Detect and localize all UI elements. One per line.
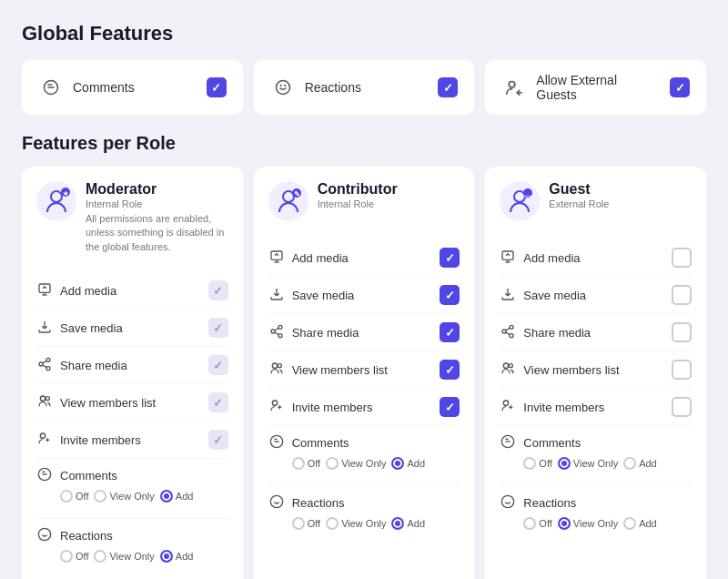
invite-members-checkbox-guest[interactable]	[672, 397, 692, 417]
svg-rect-10	[39, 284, 50, 292]
svg-point-15	[46, 358, 50, 361]
reactions-off-mod[interactable]: Off	[60, 550, 88, 563]
perm-invite-members-cont: Invite members	[268, 389, 460, 426]
comments-add-cont[interactable]: Add	[391, 457, 425, 470]
comments-perm-icon	[36, 467, 53, 484]
perm-share-media-mod: Share media	[36, 347, 228, 384]
reactions-perm-icon	[36, 527, 53, 544]
invite-members-checkbox-mod[interactable]	[208, 430, 228, 450]
perm-save-media-mod: Save media	[36, 310, 228, 347]
svg-point-68	[504, 401, 509, 405]
reactions-viewonly-guest[interactable]: View Only	[558, 517, 618, 530]
svg-point-22	[40, 433, 45, 438]
add-media-checkbox-cont[interactable]	[440, 248, 460, 268]
share-media-checkbox-mod[interactable]	[208, 355, 228, 375]
svg-line-65	[506, 328, 511, 330]
reactions-add-guest[interactable]: Add	[623, 517, 657, 530]
svg-text:★: ★	[63, 190, 69, 197]
reactions-add-cont[interactable]: Add	[391, 517, 425, 530]
save-media-icon-cont	[268, 287, 285, 304]
moderator-name: Moderator	[86, 181, 228, 198]
svg-point-67	[510, 363, 513, 367]
share-media-icon	[36, 357, 53, 374]
role-card-contributor: ✎ Contributor Internal Role Add media	[254, 167, 475, 579]
comments-viewonly-guest[interactable]: View Only	[558, 457, 618, 470]
global-feature-external-guests: Allow External Guests	[485, 60, 706, 115]
svg-point-17	[46, 366, 50, 370]
view-members-checkbox-cont[interactable]	[440, 360, 460, 380]
reactions-label: Reactions	[305, 80, 361, 95]
reactions-off-guest[interactable]: Off	[523, 517, 551, 530]
perm-add-media-cont: Add media	[268, 239, 460, 277]
reactions-perm-icon-guest	[500, 494, 516, 512]
reactions-off-cont[interactable]: Off	[292, 517, 320, 530]
svg-point-62	[502, 330, 506, 333]
section-title: Features per Role	[22, 133, 706, 154]
role-card-guest: … Guest External Role Add media	[485, 167, 706, 579]
perm-view-members-guest: View members list	[500, 351, 692, 389]
comments-off-mod[interactable]: Off	[60, 490, 88, 503]
svg-point-28	[38, 529, 50, 541]
add-media-checkbox-mod[interactable]	[208, 280, 228, 300]
comments-off-guest[interactable]: Off	[523, 457, 551, 470]
share-media-label-guest: Share media	[523, 326, 591, 340]
perm-view-members-cont: View members list	[268, 351, 460, 389]
view-members-checkbox-mod[interactable]	[208, 392, 228, 412]
save-media-checkbox-cont[interactable]	[440, 285, 460, 305]
svg-rect-35	[271, 251, 282, 259]
external-guests-icon	[501, 75, 527, 100]
svg-point-38	[278, 325, 282, 329]
global-feature-comments: Comments	[22, 60, 243, 115]
comments-icon	[38, 75, 64, 100]
comments-add-mod[interactable]: Add	[160, 490, 194, 503]
comments-viewonly-cont[interactable]: View Only	[326, 457, 386, 470]
save-media-checkbox-mod[interactable]	[208, 318, 228, 338]
view-members-label-guest: View members list	[523, 363, 619, 377]
perm-save-media-cont: Save media	[268, 277, 460, 314]
reactions-viewonly-mod[interactable]: View Only	[94, 550, 154, 563]
invite-members-label-guest: Invite members	[523, 401, 604, 414]
share-media-checkbox-cont[interactable]	[440, 322, 460, 342]
reactions-checkbox[interactable]	[438, 77, 458, 97]
reactions-perm-label: Reactions	[60, 529, 113, 543]
save-media-label: Save media	[60, 321, 123, 335]
reactions-add-mod[interactable]: Add	[160, 550, 194, 563]
add-media-label-cont: Add media	[292, 251, 349, 265]
add-media-icon-cont	[268, 249, 285, 267]
svg-point-74	[502, 495, 514, 507]
share-media-checkbox-guest[interactable]	[672, 322, 692, 342]
save-media-checkbox-guest[interactable]	[672, 285, 692, 305]
share-media-icon-cont	[268, 324, 285, 341]
add-media-checkbox-guest[interactable]	[672, 248, 692, 268]
svg-point-4	[510, 81, 516, 87]
external-guests-checkbox[interactable]	[670, 77, 690, 97]
svg-point-40	[278, 333, 282, 337]
svg-point-44	[278, 363, 281, 367]
save-media-icon	[36, 320, 53, 337]
contributor-subtitle: Internal Role	[318, 198, 398, 209]
view-members-icon-guest	[500, 361, 516, 379]
svg-point-51	[270, 495, 282, 507]
save-media-icon-guest	[500, 287, 516, 304]
reactions-viewonly-cont[interactable]: View Only	[326, 517, 386, 530]
view-members-icon	[36, 394, 53, 411]
global-feature-reactions: Reactions	[254, 60, 475, 115]
svg-rect-58	[502, 251, 513, 259]
guest-subtitle: External Role	[549, 198, 609, 209]
comments-checkbox[interactable]	[207, 77, 227, 97]
perm-comments-mod: Comments Off View Only Add	[36, 459, 228, 519]
comments-off-cont[interactable]: Off	[292, 457, 320, 470]
svg-point-16	[39, 362, 43, 366]
comments-radio-group-guest: Off View Only Add	[500, 457, 656, 477]
view-members-checkbox-guest[interactable]	[672, 360, 692, 380]
comments-viewonly-mod[interactable]: View Only	[94, 490, 154, 503]
svg-line-19	[43, 361, 47, 363]
comments-radio-group-mod: Off View Only Add	[36, 490, 193, 510]
perm-share-media-guest: Share media	[500, 314, 692, 351]
invite-members-checkbox-cont[interactable]	[440, 397, 460, 417]
comments-add-guest[interactable]: Add	[623, 457, 657, 470]
perm-invite-members-guest: Invite members	[500, 389, 692, 426]
guest-icon: …	[500, 181, 540, 221]
perm-add-media-mod: Add media	[36, 272, 228, 310]
comments-perm-label-guest: Comments	[523, 436, 581, 450]
